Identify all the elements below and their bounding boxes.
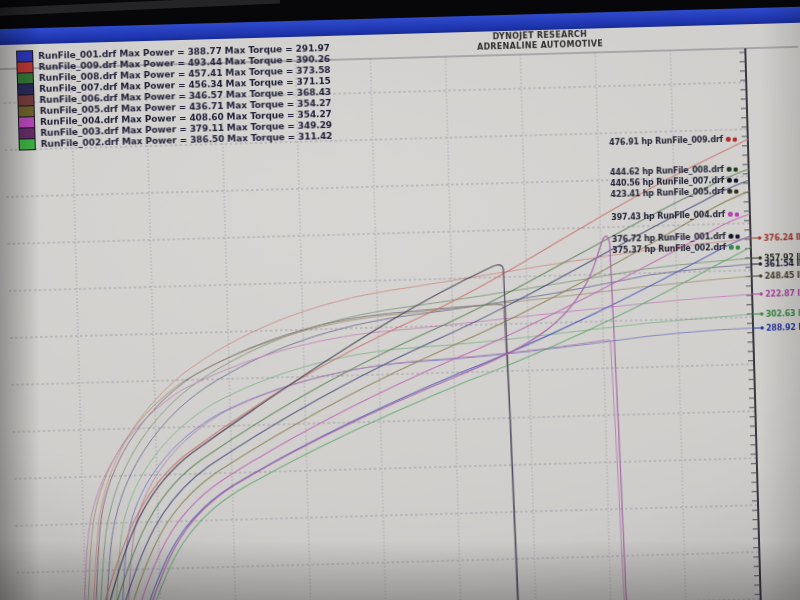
cursor-torque-label: 248.45 lb xyxy=(765,271,800,281)
power-curve-007 xyxy=(104,180,761,600)
monitor-bezel-edge xyxy=(0,0,280,17)
cursor-torque-label: 222.87 lb xyxy=(765,289,800,299)
torque-curve-009 xyxy=(82,238,761,600)
cursor-marker-dot xyxy=(728,234,733,239)
power-curve-004 xyxy=(121,214,761,600)
torque-curve-003 xyxy=(120,340,626,600)
photo-backdrop: { "header": { "line1": "DYNOJET RESEARCH… xyxy=(0,0,800,600)
monitor-screen: DYNOJET RESEARCH ADRENALINE AUTOMOTIVE R… xyxy=(0,7,800,600)
power-curve-001 xyxy=(130,236,761,600)
cursor-marker-dot xyxy=(727,178,732,183)
cursor-torque-label: 302.63 lb xyxy=(766,309,800,319)
torque-curve-001 xyxy=(113,328,761,600)
cursor-marker-dot xyxy=(729,245,734,250)
cursor-power-markers xyxy=(732,137,740,250)
cursor-marker-dot xyxy=(726,137,731,142)
power-curve-003 xyxy=(133,236,627,600)
cursor-marker-dot xyxy=(727,167,732,172)
right-axis xyxy=(745,48,761,600)
torque-curve-005 xyxy=(78,276,761,600)
legend-color-swatch xyxy=(19,138,36,150)
torque-curve-004 xyxy=(74,294,761,600)
grid-horizontal xyxy=(4,82,761,600)
cursor-torque-label: 288.92 lb xyxy=(766,323,800,333)
cursor-torque-label: 376.24 lb xyxy=(763,233,800,243)
cursor-torque-label: 361.54 lb xyxy=(764,259,800,269)
cursor-marker-dot xyxy=(728,212,733,217)
cursor-marker-dot xyxy=(727,189,732,194)
